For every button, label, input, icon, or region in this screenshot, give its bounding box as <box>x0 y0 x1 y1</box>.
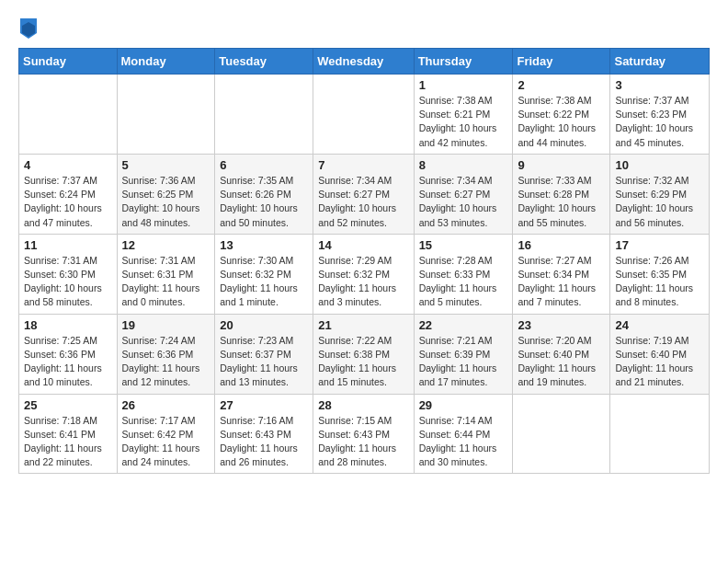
day-info: Sunrise: 7:23 AM Sunset: 6:37 PM Dayligh… <box>220 334 308 390</box>
calendar-cell: 25Sunrise: 7:18 AM Sunset: 6:41 PM Dayli… <box>19 394 118 474</box>
page: SundayMondayTuesdayWednesdayThursdayFrid… <box>0 0 728 488</box>
calendar-cell: 3Sunrise: 7:37 AM Sunset: 6:23 PM Daylig… <box>610 75 710 155</box>
day-number: 14 <box>318 238 408 252</box>
day-info: Sunrise: 7:32 AM Sunset: 6:29 PM Dayligh… <box>615 174 704 230</box>
day-info: Sunrise: 7:20 AM Sunset: 6:40 PM Dayligh… <box>518 334 605 390</box>
day-info: Sunrise: 7:38 AM Sunset: 6:22 PM Dayligh… <box>518 94 605 150</box>
day-info: Sunrise: 7:33 AM Sunset: 6:28 PM Dayligh… <box>518 174 605 230</box>
day-number: 24 <box>615 318 704 332</box>
day-info: Sunrise: 7:29 AM Sunset: 6:32 PM Dayligh… <box>318 254 408 310</box>
calendar-cell: 1Sunrise: 7:38 AM Sunset: 6:21 PM Daylig… <box>414 75 513 155</box>
day-info: Sunrise: 7:14 AM Sunset: 6:44 PM Dayligh… <box>419 414 508 470</box>
day-info: Sunrise: 7:36 AM Sunset: 6:25 PM Dayligh… <box>122 174 210 230</box>
day-number: 25 <box>24 398 112 412</box>
day-number: 9 <box>518 158 605 172</box>
calendar-col-header: Saturday <box>610 49 710 75</box>
day-info: Sunrise: 7:34 AM Sunset: 6:27 PM Dayligh… <box>318 174 408 230</box>
calendar-cell <box>117 75 215 155</box>
calendar-cell <box>313 75 414 155</box>
day-number: 2 <box>518 78 605 92</box>
calendar-cell: 8Sunrise: 7:34 AM Sunset: 6:27 PM Daylig… <box>414 154 513 234</box>
calendar-col-header: Tuesday <box>215 49 313 75</box>
day-info: Sunrise: 7:15 AM Sunset: 6:43 PM Dayligh… <box>318 414 408 470</box>
day-number: 13 <box>220 238 308 252</box>
day-info: Sunrise: 7:16 AM Sunset: 6:43 PM Dayligh… <box>220 414 308 470</box>
day-number: 27 <box>220 398 308 412</box>
day-info: Sunrise: 7:30 AM Sunset: 6:32 PM Dayligh… <box>220 254 308 310</box>
day-info: Sunrise: 7:21 AM Sunset: 6:39 PM Dayligh… <box>419 334 508 390</box>
calendar-week-row: 18Sunrise: 7:25 AM Sunset: 6:36 PM Dayli… <box>19 314 710 394</box>
calendar-cell: 22Sunrise: 7:21 AM Sunset: 6:39 PM Dayli… <box>414 314 513 394</box>
day-number: 22 <box>419 318 508 332</box>
day-info: Sunrise: 7:31 AM Sunset: 6:30 PM Dayligh… <box>24 254 112 310</box>
day-number: 16 <box>518 238 605 252</box>
calendar-cell: 21Sunrise: 7:22 AM Sunset: 6:38 PM Dayli… <box>313 314 414 394</box>
calendar-cell: 20Sunrise: 7:23 AM Sunset: 6:37 PM Dayli… <box>215 314 313 394</box>
header <box>18 15 710 39</box>
calendar-col-header: Wednesday <box>313 49 414 75</box>
day-number: 3 <box>615 78 704 92</box>
day-info: Sunrise: 7:35 AM Sunset: 6:26 PM Dayligh… <box>220 174 308 230</box>
day-number: 1 <box>419 78 508 92</box>
calendar-cell <box>215 75 313 155</box>
calendar-cell: 14Sunrise: 7:29 AM Sunset: 6:32 PM Dayli… <box>313 234 414 314</box>
day-number: 29 <box>419 398 508 412</box>
logo-icon <box>20 18 37 39</box>
day-info: Sunrise: 7:34 AM Sunset: 6:27 PM Dayligh… <box>419 174 508 230</box>
calendar-cell: 7Sunrise: 7:34 AM Sunset: 6:27 PM Daylig… <box>313 154 414 234</box>
day-number: 15 <box>419 238 508 252</box>
calendar-cell: 16Sunrise: 7:27 AM Sunset: 6:34 PM Dayli… <box>513 234 610 314</box>
calendar-week-row: 25Sunrise: 7:18 AM Sunset: 6:41 PM Dayli… <box>19 394 710 474</box>
calendar-cell <box>610 394 710 474</box>
day-number: 7 <box>318 158 408 172</box>
calendar-cell: 24Sunrise: 7:19 AM Sunset: 6:40 PM Dayli… <box>610 314 710 394</box>
calendar-week-row: 1Sunrise: 7:38 AM Sunset: 6:21 PM Daylig… <box>19 75 710 155</box>
day-number: 26 <box>122 398 210 412</box>
calendar-cell: 4Sunrise: 7:37 AM Sunset: 6:24 PM Daylig… <box>19 154 118 234</box>
calendar-cell: 5Sunrise: 7:36 AM Sunset: 6:25 PM Daylig… <box>117 154 215 234</box>
day-info: Sunrise: 7:25 AM Sunset: 6:36 PM Dayligh… <box>24 334 112 390</box>
day-info: Sunrise: 7:31 AM Sunset: 6:31 PM Dayligh… <box>122 254 210 310</box>
calendar-col-header: Sunday <box>19 49 118 75</box>
day-number: 5 <box>122 158 210 172</box>
day-number: 18 <box>24 318 112 332</box>
calendar-cell: 10Sunrise: 7:32 AM Sunset: 6:29 PM Dayli… <box>610 154 710 234</box>
calendar-cell: 27Sunrise: 7:16 AM Sunset: 6:43 PM Dayli… <box>215 394 313 474</box>
day-number: 19 <box>122 318 210 332</box>
day-info: Sunrise: 7:26 AM Sunset: 6:35 PM Dayligh… <box>615 254 704 310</box>
day-info: Sunrise: 7:27 AM Sunset: 6:34 PM Dayligh… <box>518 254 605 310</box>
day-info: Sunrise: 7:24 AM Sunset: 6:36 PM Dayligh… <box>122 334 210 390</box>
calendar-week-row: 4Sunrise: 7:37 AM Sunset: 6:24 PM Daylig… <box>19 154 710 234</box>
calendar-col-header: Thursday <box>414 49 513 75</box>
calendar-cell <box>19 75 118 155</box>
calendar-cell: 28Sunrise: 7:15 AM Sunset: 6:43 PM Dayli… <box>313 394 414 474</box>
day-info: Sunrise: 7:17 AM Sunset: 6:42 PM Dayligh… <box>122 414 210 470</box>
calendar-col-header: Friday <box>513 49 610 75</box>
day-number: 28 <box>318 398 408 412</box>
calendar-cell: 19Sunrise: 7:24 AM Sunset: 6:36 PM Dayli… <box>117 314 215 394</box>
day-info: Sunrise: 7:28 AM Sunset: 6:33 PM Dayligh… <box>419 254 508 310</box>
calendar-cell: 2Sunrise: 7:38 AM Sunset: 6:22 PM Daylig… <box>513 75 610 155</box>
calendar-cell: 12Sunrise: 7:31 AM Sunset: 6:31 PM Dayli… <box>117 234 215 314</box>
calendar-cell: 26Sunrise: 7:17 AM Sunset: 6:42 PM Dayli… <box>117 394 215 474</box>
calendar-cell: 13Sunrise: 7:30 AM Sunset: 6:32 PM Dayli… <box>215 234 313 314</box>
day-number: 4 <box>24 158 112 172</box>
day-info: Sunrise: 7:37 AM Sunset: 6:24 PM Dayligh… <box>24 174 112 230</box>
calendar-cell: 18Sunrise: 7:25 AM Sunset: 6:36 PM Dayli… <box>19 314 118 394</box>
calendar-cell <box>513 394 610 474</box>
day-info: Sunrise: 7:37 AM Sunset: 6:23 PM Dayligh… <box>615 94 704 150</box>
calendar-week-row: 11Sunrise: 7:31 AM Sunset: 6:30 PM Dayli… <box>19 234 710 314</box>
day-info: Sunrise: 7:22 AM Sunset: 6:38 PM Dayligh… <box>318 334 408 390</box>
day-number: 8 <box>419 158 508 172</box>
day-number: 10 <box>615 158 704 172</box>
day-number: 12 <box>122 238 210 252</box>
calendar-cell: 15Sunrise: 7:28 AM Sunset: 6:33 PM Dayli… <box>414 234 513 314</box>
day-info: Sunrise: 7:18 AM Sunset: 6:41 PM Dayligh… <box>24 414 112 470</box>
calendar-cell: 17Sunrise: 7:26 AM Sunset: 6:35 PM Dayli… <box>610 234 710 314</box>
logo <box>18 18 37 39</box>
day-number: 20 <box>220 318 308 332</box>
calendar-cell: 29Sunrise: 7:14 AM Sunset: 6:44 PM Dayli… <box>414 394 513 474</box>
day-info: Sunrise: 7:38 AM Sunset: 6:21 PM Dayligh… <box>419 94 508 150</box>
day-info: Sunrise: 7:19 AM Sunset: 6:40 PM Dayligh… <box>615 334 704 390</box>
day-number: 21 <box>318 318 408 332</box>
